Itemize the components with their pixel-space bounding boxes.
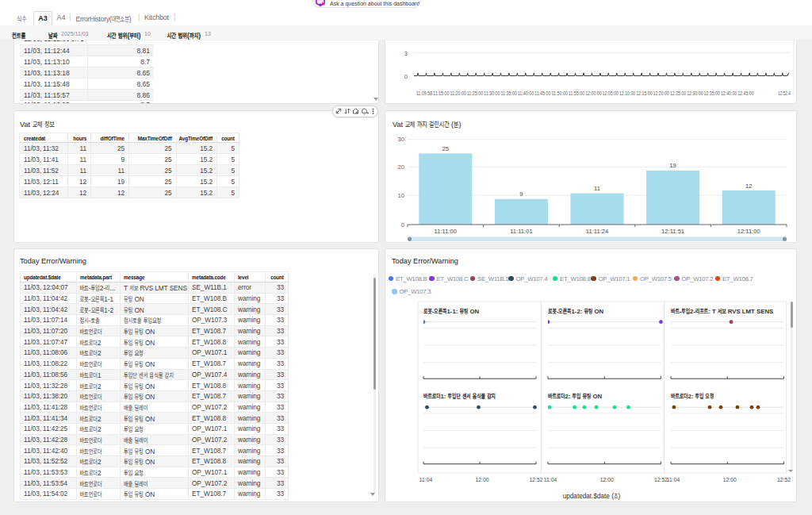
svg-text:12:25:00: 12:25:00 <box>670 90 687 96</box>
svg-text:11:11:01: 11:11:01 <box>510 228 532 235</box>
svg-text:12:10:00: 12:10:00 <box>619 90 636 96</box>
svg-text:12:35:00: 12:35:00 <box>704 90 721 96</box>
svg-text:11:55:00: 11:55:00 <box>569 90 585 96</box>
svg-text:0: 0 <box>401 221 404 229</box>
svg-text:11:50:00: 11:50:00 <box>552 90 569 96</box>
svg-text:12: 12 <box>745 183 752 190</box>
svg-text:30: 30 <box>398 136 404 143</box>
svg-text:12:00:00: 12:00:00 <box>585 90 602 96</box>
svg-text:12:52:4: 12:52:4 <box>778 90 791 96</box>
svg-text:11:04: 11:04 <box>667 477 680 482</box>
svg-text:11:40:00: 11:40:00 <box>518 90 534 96</box>
svg-text:11: 11 <box>594 185 600 192</box>
svg-text:12:00: 12:00 <box>723 477 737 482</box>
svg-text:11:30:00: 11:30:00 <box>484 90 500 96</box>
svg-text:12:52: 12:52 <box>777 477 791 482</box>
svg-text:9: 9 <box>519 190 523 198</box>
svg-text:11:11:24: 11:11:24 <box>586 228 608 235</box>
svg-text:12:52: 12:52 <box>529 477 542 482</box>
svg-text:12:52: 12:52 <box>654 477 668 482</box>
svg-text:11:04: 11:04 <box>419 477 433 482</box>
svg-text:12:00: 12:00 <box>600 477 614 482</box>
svg-text:11:25:00: 11:25:00 <box>467 90 484 96</box>
svg-text:11:11:00: 11:11:00 <box>435 228 457 235</box>
svg-text:12:00: 12:00 <box>475 477 488 482</box>
svg-text:10: 10 <box>398 192 404 199</box>
svg-text:12:11:00: 12:11:00 <box>737 228 760 235</box>
svg-text:0: 0 <box>404 73 408 80</box>
svg-text:25: 25 <box>442 145 449 152</box>
svg-text:11:09:58: 11:09:58 <box>416 90 433 96</box>
svg-text:11:35:00: 11:35:00 <box>501 90 518 96</box>
svg-text:3: 3 <box>404 50 408 57</box>
svg-text:12:15:00: 12:15:00 <box>636 90 653 96</box>
svg-text:12:05:00: 12:05:00 <box>603 90 619 96</box>
svg-text:12:40:00: 12:40:00 <box>721 90 737 96</box>
svg-text:20: 20 <box>398 163 404 171</box>
svg-text:12:45:00: 12:45:00 <box>737 90 754 96</box>
svg-text:11:20:00: 11:20:00 <box>450 90 467 96</box>
svg-text:12:20:00: 12:20:00 <box>653 90 670 96</box>
svg-text:19: 19 <box>669 162 676 169</box>
svg-text:11:15:00: 11:15:00 <box>433 90 450 96</box>
svg-text:11:04: 11:04 <box>544 477 557 482</box>
svg-text:12:30:00: 12:30:00 <box>687 90 703 96</box>
svg-text:12:11:51: 12:11:51 <box>661 228 684 235</box>
svg-text:11:45:00: 11:45:00 <box>534 90 551 96</box>
